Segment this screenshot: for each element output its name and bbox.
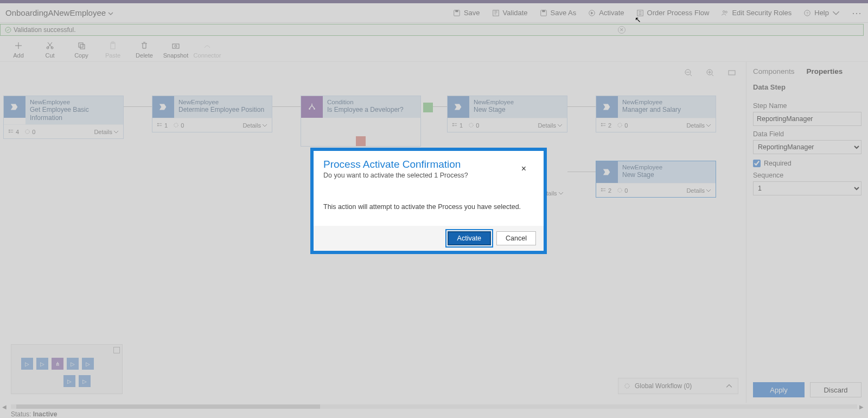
dialog-activate-button[interactable]: Activate — [448, 231, 491, 245]
dialog-body: This action will attempt to activate the… — [323, 203, 534, 211]
dialog-title: Process Activate Confirmation — [323, 159, 534, 170]
confirm-dialog: Process Activate Confirmation Do you wan… — [310, 148, 547, 254]
dialog-close-icon[interactable]: × — [521, 164, 526, 174]
dialog-cancel-button[interactable]: Cancel — [496, 231, 536, 245]
modal-overlay: Process Activate Confirmation Do you wan… — [0, 0, 868, 418]
dialog-subtitle: Do you want to activate the selected 1 P… — [323, 172, 534, 179]
